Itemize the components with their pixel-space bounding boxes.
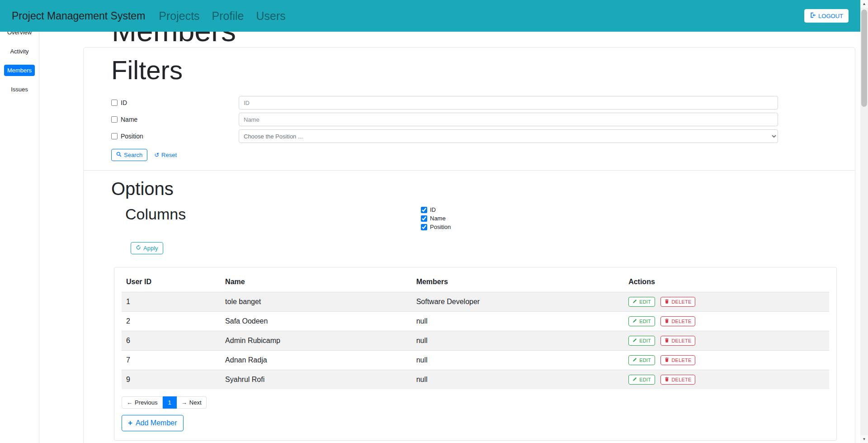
filter-position-label: Position [121, 133, 143, 140]
search-icon [116, 152, 122, 158]
filter-actions: Search ↺ Reset [111, 149, 778, 161]
main-content: Members Filters ID Name [39, 32, 860, 443]
options-heading: Options [111, 179, 828, 199]
column-position-checkbox[interactable] [421, 224, 427, 230]
filter-id-label-group: ID [111, 99, 239, 106]
filter-id-input[interactable] [239, 96, 778, 110]
cell-user-id: 1 [122, 292, 221, 312]
search-button[interactable]: Search [111, 149, 147, 161]
members-table-card: User ID Name Members Actions 1 tole bang… [114, 267, 837, 441]
header-name: Name [221, 273, 412, 292]
column-check-name: Name [421, 215, 451, 222]
delete-button[interactable]: DELETE [660, 316, 695, 326]
sidebar-item-activity[interactable]: Activity [4, 46, 35, 57]
scrollbar-thumb[interactable] [861, 10, 867, 107]
table-row: 6 Admin Rubicamp null EDIT DELETE [122, 331, 829, 351]
cell-name: Admin Rubicamp [221, 331, 412, 351]
delete-button[interactable]: DELETE [660, 355, 695, 365]
pencil-icon [632, 377, 637, 382]
content-card: Filters ID Name [83, 47, 855, 443]
sidebar-item-issues[interactable]: Issues [4, 84, 35, 95]
cell-actions: EDIT DELETE [624, 312, 829, 331]
cell-user-id: 6 [122, 331, 221, 351]
filter-row-name: Name [111, 113, 778, 126]
edit-button[interactable]: EDIT [628, 375, 655, 385]
logout-label: LOGOUT [818, 13, 843, 19]
cell-actions: EDIT DELETE [624, 292, 829, 312]
pagination-next-button[interactable]: → Next [177, 396, 207, 409]
pencil-icon [632, 338, 637, 343]
nav-link-profile[interactable]: Profile [212, 10, 244, 23]
options-section: Options Columns ID Name Position [84, 170, 855, 266]
edit-button[interactable]: EDIT [628, 316, 655, 326]
cell-name: tole banget [221, 292, 412, 312]
nav-link-users[interactable]: Users [256, 10, 285, 23]
filter-name-label-group: Name [111, 116, 239, 123]
table-header-row: User ID Name Members Actions [122, 273, 829, 292]
delete-label: DELETE [671, 319, 691, 324]
cell-actions: EDIT DELETE [624, 351, 829, 370]
previous-label: Previous [135, 399, 158, 406]
pencil-icon [632, 319, 637, 324]
edit-label: EDIT [639, 357, 651, 363]
refresh-icon [136, 245, 141, 252]
table-row: 2 Safa Oodeen null EDIT DELETE [122, 312, 829, 331]
edit-button[interactable]: EDIT [628, 297, 655, 307]
delete-button[interactable]: DELETE [660, 297, 695, 307]
filter-name-checkbox[interactable] [111, 116, 118, 123]
trash-icon [665, 319, 669, 324]
table-row: 7 Adnan Radja null EDIT DELETE [122, 351, 829, 370]
add-member-row: + Add Member [122, 415, 829, 431]
pagination-page-1[interactable]: 1 [163, 396, 177, 409]
filter-id-checkbox[interactable] [111, 100, 118, 106]
filters-section: Filters ID Name [84, 48, 855, 170]
column-id-checkbox[interactable] [421, 207, 427, 213]
add-member-button[interactable]: + Add Member [122, 415, 184, 431]
scroll-down-icon[interactable]: ▼ [860, 435, 868, 443]
edit-label: EDIT [639, 299, 651, 305]
delete-button[interactable]: DELETE [660, 375, 695, 385]
header-actions: Actions [624, 273, 829, 292]
vertical-scrollbar[interactable]: ▲ ▼ [860, 0, 868, 443]
table-row: 9 Syahrul Rofi null EDIT DELETE [122, 370, 829, 390]
cell-members: null [412, 351, 624, 370]
cell-user-id: 7 [122, 351, 221, 370]
reset-button[interactable]: ↺ Reset [151, 149, 180, 161]
reset-label: Reset [161, 152, 177, 158]
delete-label: DELETE [671, 338, 691, 343]
scroll-up-icon[interactable]: ▲ [860, 0, 868, 8]
column-check-position: Position [421, 224, 451, 230]
nav-link-projects[interactable]: Projects [159, 10, 199, 23]
add-member-label: Add Member [136, 419, 177, 427]
trash-icon [665, 377, 669, 382]
filter-id-control [239, 96, 778, 110]
filter-position-checkbox[interactable] [111, 133, 118, 139]
delete-label: DELETE [671, 357, 691, 363]
filter-name-control [239, 113, 778, 126]
edit-button[interactable]: EDIT [628, 336, 655, 346]
pagination: ← Previous 1 → Next [122, 396, 207, 409]
delete-button[interactable]: DELETE [660, 336, 695, 346]
apply-button[interactable]: Apply [131, 242, 163, 254]
sidebar-item-members[interactable]: Members [4, 65, 35, 76]
pagination-previous-button[interactable]: ← Previous [122, 396, 163, 409]
column-position-label: Position [430, 224, 451, 230]
edit-label: EDIT [639, 319, 651, 324]
filter-name-input[interactable] [239, 113, 778, 126]
position-select[interactable]: Choose the Position ... [239, 129, 778, 143]
navbar-links: Projects Profile Users [159, 10, 285, 23]
edit-label: EDIT [639, 377, 651, 382]
filter-id-label: ID [121, 99, 127, 106]
app-brand[interactable]: Project Management System [12, 10, 145, 22]
cell-actions: EDIT DELETE [624, 370, 829, 390]
column-name-label: Name [430, 215, 446, 222]
cell-user-id: 2 [122, 312, 221, 331]
logout-button[interactable]: LOGOUT [804, 9, 849, 23]
cell-members: Software Developer [412, 292, 624, 312]
cell-members: null [412, 370, 624, 390]
edit-label: EDIT [639, 338, 651, 343]
column-name-checkbox[interactable] [421, 215, 427, 222]
filter-row-id: ID [111, 96, 778, 110]
cell-user-id: 9 [122, 370, 221, 390]
edit-button[interactable]: EDIT [628, 355, 655, 365]
